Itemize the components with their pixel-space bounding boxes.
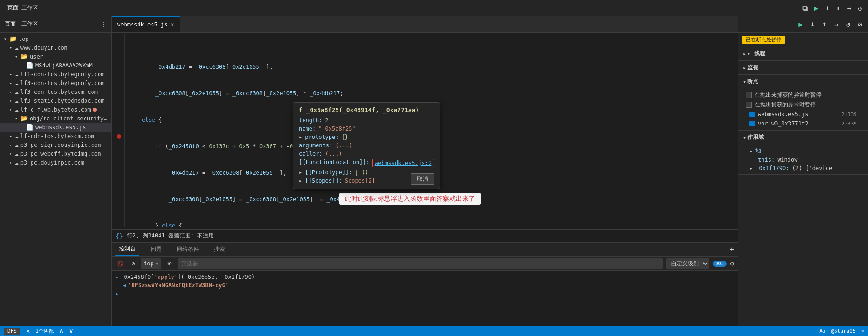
console-tab-console[interactable]: 控制台 [115,243,139,256]
cloud-icon: ☁ [15,71,19,78]
scope-val-this: Window [777,157,797,163]
step-icon[interactable]: ↺ [856,3,864,13]
cursor-position: 行2, 列34041 覆盖范围: 不适用 [127,232,214,240]
devtools-detach-icon[interactable]: ⧉ [801,3,809,13]
watch-arrow: ▸ [743,65,746,71]
section-threads: ▸ ▸ 线程 [738,47,868,61]
folder-icon: 📁 [9,35,17,42]
bp-line-1: 2:339 [841,112,857,118]
page-tab[interactable]: 页面 [7,3,19,13]
tree-item-lfc[interactable]: ▸ ☁ lf-c-flwb.bytetos.com [0,105,111,114]
exception-label-caught: 在抛出捕获的异常时暂停 [755,101,816,109]
step-over-icon[interactable]: ⬇ [823,3,831,13]
tree-item-obj[interactable]: ▾ 📂 obj/rc-client-security/c-we [0,114,111,123]
scope-header[interactable]: ▾ 作用域 [738,131,868,144]
step-out-icon[interactable]: → [845,3,854,13]
tree-item-top[interactable]: ▾ 📁 top [0,34,111,43]
resume-icon[interactable]: ▶ [812,3,821,13]
popup-val-prototype: {} [341,134,348,140]
clear-search-icon[interactable]: ✕ [26,327,30,335]
add-tab-icon[interactable]: + [729,245,734,254]
nav-down-icon[interactable]: ∨ [69,327,73,335]
sidebar-header: 页面 工作区 ⋮ [0,16,111,33]
popup-val-scopes: Scopes[2] [345,178,375,184]
threads-header[interactable]: ▸ ▸ 线程 [738,47,868,60]
status-close-icon[interactable]: × [861,328,864,334]
popup-expand-proto[interactable]: ▸ [299,169,302,176]
stop-btn[interactable]: ⊘ [129,260,137,268]
popup-expand-scopes[interactable]: ▸ [299,178,302,184]
tree-item-p3pc[interactable]: ▸ ☁ p3-pc.douyinpic.com [0,158,111,167]
context-selector[interactable]: top ▾ [141,258,161,269]
tree-item-douyin[interactable]: ▾ ☁ www.douyin.com [0,43,111,52]
bp-checkbox-2[interactable] [749,121,755,126]
bp-file-2: var w0_0x3771f2... [758,120,839,127]
step-out-icon[interactable]: → [832,19,841,30]
checkbox-caught[interactable] [746,102,752,108]
status-right: Aa @Stara05 × [819,328,864,334]
console-settings-icon[interactable]: ⚙ [730,260,734,267]
tree-item-p3web[interactable]: ▸ ☁ p3-pc-weboff.byteimg.com [0,149,111,158]
step-icon[interactable]: ↺ [844,19,853,30]
log-level-select[interactable]: 自定义级别 [666,258,709,269]
tree-item-webmssdk[interactable]: ▸ 📄 webmssdk.es5.js [0,123,111,132]
tree-label-lfc: lf-c-flwb.bytetos.com [20,106,91,113]
console-tab-issues[interactable]: 问题 [147,244,166,255]
section-breakpoints: ▾ 断点 在抛出未捕获的异常时暂停 在抛出捕获的异常时暂停 [738,75,868,131]
console-tab-network[interactable]: 网络条件 [173,244,203,255]
tree-arrow: ▸ [9,142,15,147]
nav-up-icon[interactable]: ∧ [60,327,63,335]
annotation-text: 此时此刻鼠标悬浮进入函数里面答案就出来了 [339,193,481,205]
sidebar-more-icon[interactable]: ⋮ [100,20,106,28]
tree-item-lf3[interactable]: ▸ ☁ lf3-cdn-tos.bytegoofy.com [0,79,111,87]
tree-item-user[interactable]: ▾ 📂 user [0,52,111,61]
tab-close-icon[interactable]: × [170,21,174,28]
popup-row-prototype: ▸ prototype: {} [299,133,434,141]
watch-header[interactable]: ▸ 监视 [738,61,868,74]
tree-item-ms4[interactable]: ▸ 📄 MS4wLjABAAAA2WKmM [0,61,111,70]
tree-item-lf1[interactable]: ▸ ☁ lf1-cdn-tos.bytegoofy.com [0,70,111,79]
popup-row-caller: caller: (...) [299,150,434,158]
console-tab-search[interactable]: 搜索 [210,244,229,255]
step-into-icon[interactable]: ⬆ [820,19,828,30]
more-icon[interactable]: ⋮ [41,3,51,13]
scope-item-this: this: Window [746,156,861,164]
bracket-icon: {} [115,232,123,240]
expand-arrow[interactable]: ▸ [115,273,119,281]
breakpoints-header[interactable]: ▾ 断点 [738,75,868,88]
resume-icon[interactable]: ▶ [796,19,805,30]
tree-item-p3sign[interactable]: ▸ ☁ p3-pc-sign.douyinpic.com [0,140,111,149]
step-over-icon[interactable]: ⬇ [808,19,817,30]
popup-key-scopes: [[Scopes]]: [305,178,342,184]
tree-label-ms4: MS4wLjABAAAA2WKmM [35,62,93,69]
cancel-button[interactable]: 取消 [411,173,434,185]
scope-expand-local[interactable]: ▸ [749,148,753,154]
workspace-sidebar-tab[interactable]: 工作区 [21,19,38,29]
tree-item-lf3b[interactable]: ▸ ☁ lf3-cdn-tos.bytescm.com [0,87,111,96]
status-section: 已在断点处暂停 [738,33,868,47]
checkbox-uncaught[interactable] [746,92,752,98]
line-gutter [112,34,125,227]
deactivate-breakpoints-icon[interactable]: ⊘ [856,19,864,30]
page-sidebar-tab[interactable]: 页面 [5,19,16,29]
popup-link-fnlocation[interactable]: webmssdk.es5.js:2 [372,159,434,167]
editor-tab-webmssdk[interactable]: webmssdk.es5.js × [112,16,180,32]
console-filter-input[interactable] [178,258,663,269]
tree-item-lfcdn[interactable]: ▸ ☁ lf-cdn-tos.bytescm.com [0,132,111,140]
step-into-icon[interactable]: ⬆ [834,3,842,13]
bp-checkbox-1[interactable] [749,112,755,117]
cloud-icon: ☁ [15,150,19,157]
folder-icon: 📂 [20,115,28,122]
context-dropdown-icon: ▾ [156,261,159,266]
breakpoint-marker [117,134,121,139]
popup-expand-prototype[interactable]: ▸ [299,134,302,140]
workspace-tab[interactable]: 工作区 [21,3,38,13]
aa-toggle[interactable]: Aa [819,328,825,334]
console-content: ▸ _0x2458f0['apply'](_0xc26b5e, _0x1f179… [112,271,738,326]
clear-console-btn[interactable]: 🚫 [115,260,126,268]
scope-expand-0x1f1790[interactable]: ▸ [749,165,753,171]
message-count-badge: 99+ [713,261,727,267]
tree-item-lf3s[interactable]: ▸ ☁ lf3-static.bytednsdoc.com [0,96,111,105]
scope-key-this: this: [758,157,775,163]
eye-btn[interactable]: 👁 [165,260,174,267]
